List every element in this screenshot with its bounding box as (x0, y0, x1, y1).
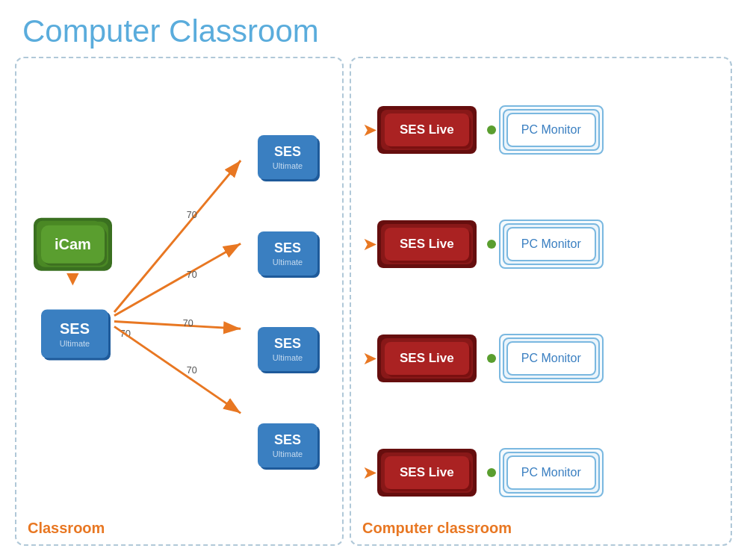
svg-line-3 (114, 322, 241, 329)
ses-live-1: SES Live (385, 113, 469, 146)
svg-text:70: 70 (187, 270, 197, 280)
svg-text:70: 70 (183, 318, 193, 329)
ses-3-sub: Ultimate (270, 353, 306, 362)
ses-live-3: SES Live (385, 342, 469, 375)
classroom-label: Classroom (28, 520, 105, 537)
arrow-1: ➤ (362, 119, 377, 140)
green-dot-1 (487, 125, 496, 134)
ses-badge-2: SES Ultimate (258, 231, 317, 276)
classroom-box: iCam ▼ SES Ultimate 70 SES Ulti (15, 57, 344, 546)
pc-monitor-2: PC Monitor (506, 227, 596, 261)
right-row-4: ➤ SES Live PC Monitor (362, 455, 596, 490)
svg-text:70: 70 (187, 210, 197, 220)
page-title: Computer Classroom (0, 0, 747, 57)
svg-line-4 (114, 326, 241, 413)
svg-line-2 (114, 243, 241, 316)
ses-column: SES Ultimate SES Ultimate SES Ultimate (258, 116, 317, 487)
ses-live-badge-4: SES Live (385, 456, 469, 489)
ses-row-4: SES Ultimate (258, 423, 317, 467)
ses-1-label: SES (274, 144, 301, 159)
ses-4-sub: Ultimate (270, 449, 306, 458)
arrow-3: ➤ (362, 348, 377, 369)
left-diagram: iCam ▼ SES Ultimate 70 SES Ulti (28, 69, 331, 533)
icam-down-arrow: ▼ (63, 267, 84, 290)
pc-monitor-3: PC Monitor (506, 341, 596, 376)
ses-row-3: SES Ultimate (258, 327, 317, 371)
right-row-1: ➤ SES Live PC Monitor (362, 113, 596, 147)
ses-live-badge-3: SES Live (385, 342, 469, 375)
green-dot-2 (487, 240, 496, 249)
pc-monitor-badge-2: PC Monitor (506, 227, 596, 261)
main-ses-group: SES Ultimate 70 (41, 309, 108, 358)
ses-3-label: SES (274, 336, 301, 351)
ses-2-label: SES (274, 240, 301, 255)
arrow-4: ➤ (362, 462, 377, 483)
pc-monitor-4: PC Monitor (506, 455, 596, 490)
ses-live-badge-1: SES Live (385, 113, 469, 146)
ses-live-badge-2: SES Live (385, 228, 469, 261)
pc-monitor-badge-3: PC Monitor (506, 341, 596, 376)
main-ses-sub: Ultimate (55, 338, 95, 347)
pc-monitor-badge-4: PC Monitor (506, 455, 596, 490)
pc-monitor-badge-1: PC Monitor (506, 113, 596, 147)
right-row-2: ➤ SES Live PC Monitor (362, 227, 596, 261)
pc-monitor-1: PC Monitor (506, 113, 596, 147)
ses-live-4: SES Live (385, 456, 469, 489)
main-ses-arrow-num: 70 (120, 328, 131, 339)
svg-text:70: 70 (187, 365, 197, 376)
ses-2-sub: Ultimate (270, 258, 306, 267)
icam-label: iCam (55, 236, 91, 252)
ses-badge-1: SES Ultimate (258, 135, 317, 179)
ses-row-1: SES Ultimate (258, 135, 317, 179)
main-ses-label: SES (60, 320, 90, 336)
green-dot-4 (487, 468, 496, 477)
ses-4-label: SES (274, 432, 301, 447)
computer-classroom-label: Computer classroom (362, 520, 512, 537)
ses-badge-4: SES Ultimate (258, 423, 317, 467)
ses-1-sub: Ultimate (270, 161, 306, 170)
ses-badge-3: SES Ultimate (258, 327, 317, 371)
svg-line-1 (114, 161, 241, 312)
ses-live-2: SES Live (385, 228, 469, 261)
main-ses-badge: SES Ultimate (41, 309, 108, 358)
icam-badge: iCam (41, 225, 105, 264)
computer-classroom-box: ➤ SES Live PC Monitor ➤ SES Live (350, 57, 732, 546)
icam-group: iCam ▼ (41, 225, 105, 290)
main-container: iCam ▼ SES Ultimate 70 SES Ulti (0, 57, 747, 553)
arrow-2: ➤ (362, 234, 377, 255)
right-row-3: ➤ SES Live PC Monitor (362, 341, 596, 376)
ses-row-2: SES Ultimate (258, 231, 317, 276)
green-dot-3 (487, 354, 496, 363)
